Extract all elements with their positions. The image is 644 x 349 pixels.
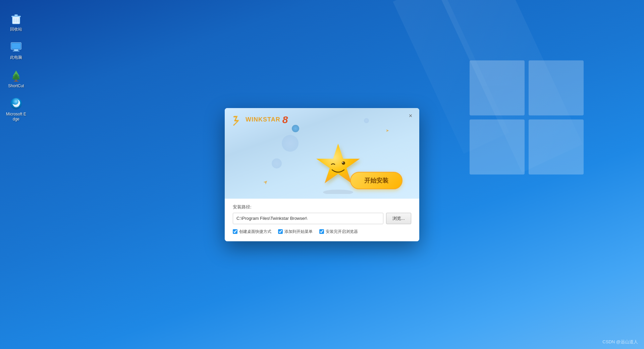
close-icon: ×	[409, 112, 413, 119]
sparkle-2: ➤	[386, 128, 389, 133]
start-install-button[interactable]: 开始安装	[350, 172, 402, 189]
option-start-menu-label: 添加到开始菜单	[284, 229, 313, 235]
deco-circle-1	[292, 125, 299, 132]
sparkle-1: ➤	[262, 178, 269, 186]
option-start-menu-checkbox[interactable]	[278, 229, 283, 234]
close-button[interactable]: ×	[407, 112, 415, 120]
option-open-after-install-checkbox[interactable]	[319, 229, 324, 234]
modal-overlay: ➤ ➤ WINKSTAR 8 ×	[0, 0, 644, 349]
deco-circle-4	[364, 118, 369, 123]
installer-banner: ➤ ➤ WINKSTAR 8 ×	[225, 108, 419, 199]
deco-circle-3	[272, 158, 282, 168]
install-path-label: 安装路径:	[233, 204, 411, 210]
installer-logo: WINKSTAR 8	[232, 114, 288, 126]
browse-button[interactable]: 浏览...	[386, 213, 411, 224]
option-open-after-install[interactable]: 安装完开启浏览器	[319, 229, 358, 235]
svg-point-20	[323, 190, 353, 194]
install-path-input[interactable]	[233, 213, 383, 224]
option-desktop-shortcut-checkbox[interactable]	[233, 229, 237, 234]
option-desktop-shortcut-label: 创建桌面快捷方式	[239, 229, 271, 235]
installer-dialog-body: 安装路径: 浏览... 创建桌面快捷方式 添加到开始菜单 安装完	[225, 199, 419, 241]
logo-number: 8	[282, 115, 288, 125]
logo-icon	[232, 114, 244, 126]
install-options-row: 创建桌面快捷方式 添加到开始菜单 安装完开启浏览器	[233, 229, 411, 235]
option-start-menu[interactable]: 添加到开始菜单	[278, 229, 313, 235]
logo-text: WINKSTAR	[246, 116, 280, 123]
installer-dialog: ➤ ➤ WINKSTAR 8 ×	[225, 108, 419, 241]
option-desktop-shortcut[interactable]: 创建桌面快捷方式	[233, 229, 271, 235]
deco-circle-2	[282, 135, 299, 152]
svg-point-19	[342, 162, 343, 163]
option-open-after-install-label: 安装完开启浏览器	[326, 229, 358, 235]
install-path-row: 浏览...	[233, 213, 411, 224]
svg-point-18	[342, 161, 345, 165]
